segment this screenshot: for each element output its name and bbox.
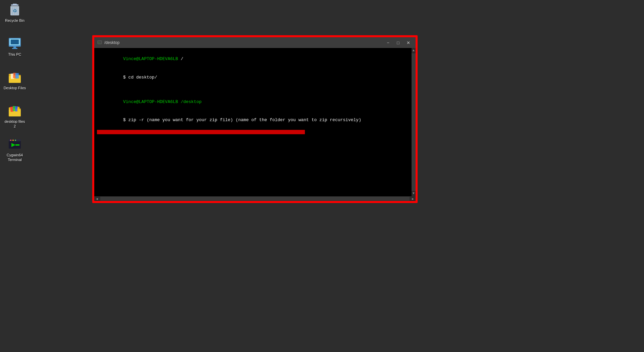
recycle-bin-icon[interactable]: ♻ Recycle Bin bbox=[1, 1, 28, 25]
terminal-title-icon: >_ bbox=[97, 40, 102, 45]
svg-rect-28 bbox=[15, 144, 19, 146]
terminal-content[interactable]: Vince@LAPTOP-HDEVA6LB / $ cd desktop/ Vi… bbox=[94, 48, 416, 196]
recycle-bin-label: Recycle Bin bbox=[5, 18, 24, 23]
desktop-files-icon[interactable]: Desktop Files bbox=[1, 69, 28, 92]
scroll-track[interactable] bbox=[412, 53, 416, 191]
cursor-highlight bbox=[97, 130, 305, 134]
title-bar: >_ /desktop − □ ✕ bbox=[94, 37, 416, 48]
terminal-line-5: $ zip -r (name you want for your zip fil… bbox=[97, 111, 409, 130]
horizontal-scrollbar[interactable]: ◄ ► bbox=[94, 196, 416, 201]
desktop-files-2-icon[interactable]: desktop files 2 bbox=[1, 102, 28, 131]
svg-rect-17 bbox=[15, 73, 19, 79]
desktop-files-image bbox=[8, 71, 21, 84]
svg-rect-24 bbox=[17, 107, 20, 111]
svg-rect-11 bbox=[11, 40, 19, 44]
vertical-scrollbar[interactable]: ▲ ▼ bbox=[412, 48, 416, 196]
svg-rect-10 bbox=[12, 48, 17, 49]
prompt-user-1: Vince@LAPTOP-HDEVA6LB bbox=[123, 56, 178, 61]
terminal-line-3 bbox=[97, 87, 409, 93]
svg-rect-1 bbox=[13, 4, 17, 5]
cmd-zip: $ zip -r (name you want for your zip fil… bbox=[123, 117, 361, 122]
cygwin-terminal-label: Cygwin64 Terminal bbox=[3, 153, 26, 162]
prompt-user-2: Vince@LAPTOP-HDEVA6LB bbox=[123, 99, 178, 104]
prompt-path-1: / bbox=[178, 56, 183, 61]
close-button[interactable]: ✕ bbox=[404, 39, 413, 46]
desktop-files-2-image bbox=[8, 104, 21, 118]
cmd-cd: $ cd desktop/ bbox=[123, 75, 157, 80]
h-scroll-track[interactable] bbox=[100, 197, 410, 201]
svg-point-30 bbox=[12, 140, 14, 141]
scroll-left-arrow[interactable]: ◄ bbox=[94, 197, 100, 201]
cygwin-terminal-image bbox=[8, 138, 21, 151]
terminal-window[interactable]: >_ /desktop − □ ✕ Vince@LAPTOP-HDEVA6LB … bbox=[94, 37, 416, 201]
terminal-line-1: Vince@LAPTOP-HDEVA6LB / bbox=[97, 50, 409, 68]
svg-point-29 bbox=[10, 140, 11, 141]
this-pc-image bbox=[8, 37, 21, 51]
svg-rect-9 bbox=[13, 47, 16, 48]
svg-line-6 bbox=[17, 7, 17, 15]
svg-point-31 bbox=[15, 140, 16, 141]
window-highlight-border: >_ /desktop − □ ✕ Vince@LAPTOP-HDEVA6LB … bbox=[92, 35, 418, 203]
this-pc-icon[interactable]: This PC bbox=[1, 35, 28, 59]
svg-text:>_: >_ bbox=[98, 41, 101, 44]
svg-line-4 bbox=[12, 7, 13, 15]
terminal-lines: Vince@LAPTOP-HDEVA6LB / $ cd desktop/ Vi… bbox=[97, 50, 413, 134]
desktop-files-2-label: desktop files 2 bbox=[3, 119, 26, 129]
terminal-line-4: Vince@LAPTOP-HDEVA6LB /desktop bbox=[97, 93, 409, 111]
cygwin-terminal-icon[interactable]: Cygwin64 Terminal bbox=[1, 136, 28, 164]
prompt-path-2: /desktop bbox=[178, 99, 202, 104]
scroll-up-arrow[interactable]: ▲ bbox=[413, 48, 415, 53]
minimize-button[interactable]: − bbox=[383, 39, 393, 46]
scroll-right-arrow[interactable]: ► bbox=[410, 197, 416, 201]
recycle-bin-image: ♻ bbox=[8, 3, 21, 17]
desktop-files-label: Desktop Files bbox=[4, 86, 26, 90]
terminal-title-text: /desktop bbox=[104, 40, 119, 45]
this-pc-label: This PC bbox=[8, 52, 21, 57]
maximize-button[interactable]: □ bbox=[393, 39, 403, 46]
scroll-down-arrow[interactable]: ▼ bbox=[413, 191, 415, 196]
title-bar-left: >_ /desktop bbox=[97, 40, 119, 45]
title-bar-controls: − □ ✕ bbox=[383, 39, 413, 46]
terminal-line-2: $ cd desktop/ bbox=[97, 68, 409, 87]
